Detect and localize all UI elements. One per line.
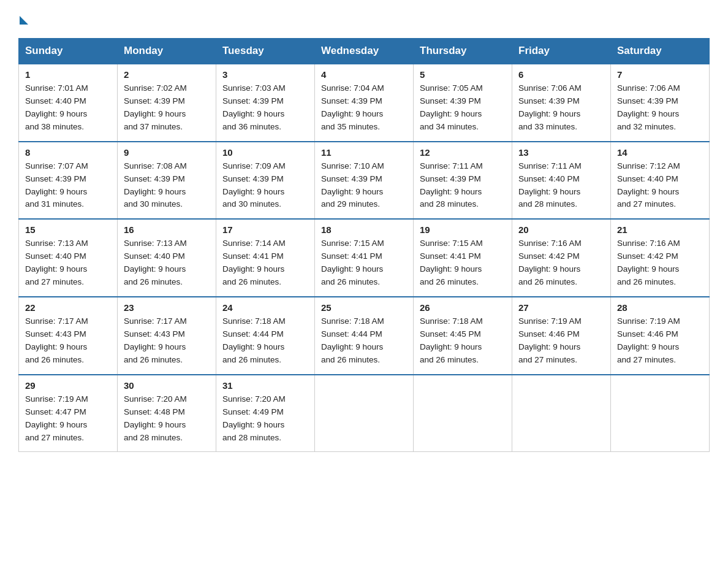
day-number: 17 xyxy=(222,224,308,235)
day-cell-13: 13Sunrise: 7:11 AMSunset: 4:40 PMDayligh… xyxy=(512,142,611,220)
day-cell-25: 25Sunrise: 7:18 AMSunset: 4:44 PMDayligh… xyxy=(315,297,414,375)
day-number: 18 xyxy=(321,224,407,235)
day-cell-4: 4Sunrise: 7:04 AMSunset: 4:39 PMDaylight… xyxy=(315,64,414,142)
day-number: 22 xyxy=(25,302,111,313)
day-cell-15: 15Sunrise: 7:13 AMSunset: 4:40 PMDayligh… xyxy=(19,219,118,297)
day-number: 24 xyxy=(222,302,308,313)
day-cell-31: 31Sunrise: 7:20 AMSunset: 4:49 PMDayligh… xyxy=(216,375,315,452)
day-number: 21 xyxy=(617,224,703,235)
logo-line1 xyxy=(18,16,28,28)
day-cell-19: 19Sunrise: 7:15 AMSunset: 4:41 PMDayligh… xyxy=(414,219,512,297)
day-number: 26 xyxy=(420,302,506,313)
day-info: Sunrise: 7:06 AMSunset: 4:39 PMDaylight:… xyxy=(617,82,703,134)
day-number: 20 xyxy=(518,224,604,235)
week-row-4: 22Sunrise: 7:17 AMSunset: 4:43 PMDayligh… xyxy=(19,297,710,375)
day-info: Sunrise: 7:10 AMSunset: 4:39 PMDaylight:… xyxy=(321,160,407,212)
day-number: 28 xyxy=(617,302,703,313)
day-cell-29: 29Sunrise: 7:19 AMSunset: 4:47 PMDayligh… xyxy=(19,375,118,452)
logo-text xyxy=(18,16,28,28)
day-info: Sunrise: 7:13 AMSunset: 4:40 PMDaylight:… xyxy=(124,237,210,289)
day-number: 1 xyxy=(25,69,111,80)
day-number: 6 xyxy=(518,69,604,80)
day-number: 25 xyxy=(321,302,407,313)
logo xyxy=(18,16,28,28)
day-number: 7 xyxy=(617,69,703,80)
day-cell-24: 24Sunrise: 7:18 AMSunset: 4:44 PMDayligh… xyxy=(216,297,315,375)
day-number: 3 xyxy=(222,69,308,80)
day-number: 29 xyxy=(25,380,111,391)
day-info: Sunrise: 7:11 AMSunset: 4:40 PMDaylight:… xyxy=(518,160,604,212)
day-info: Sunrise: 7:05 AMSunset: 4:39 PMDaylight:… xyxy=(420,82,506,134)
day-info: Sunrise: 7:11 AMSunset: 4:39 PMDaylight:… xyxy=(420,160,506,212)
day-number: 27 xyxy=(518,302,604,313)
day-cell-6: 6Sunrise: 7:06 AMSunset: 4:39 PMDaylight… xyxy=(512,64,611,142)
day-number: 4 xyxy=(321,69,407,80)
day-info: Sunrise: 7:03 AMSunset: 4:39 PMDaylight:… xyxy=(222,82,308,134)
empty-cell xyxy=(512,375,611,452)
day-header-friday: Friday xyxy=(512,39,611,64)
day-number: 5 xyxy=(420,69,506,80)
day-header-sunday: Sunday xyxy=(19,39,118,64)
day-number: 14 xyxy=(617,147,703,158)
day-cell-21: 21Sunrise: 7:16 AMSunset: 4:42 PMDayligh… xyxy=(611,219,710,297)
day-info: Sunrise: 7:20 AMSunset: 4:49 PMDaylight:… xyxy=(222,393,308,445)
day-cell-14: 14Sunrise: 7:12 AMSunset: 4:40 PMDayligh… xyxy=(611,142,710,220)
day-number: 2 xyxy=(124,69,210,80)
days-header-row: SundayMondayTuesdayWednesdayThursdayFrid… xyxy=(19,39,710,64)
week-row-2: 8Sunrise: 7:07 AMSunset: 4:39 PMDaylight… xyxy=(19,142,710,220)
day-number: 10 xyxy=(222,147,308,158)
day-cell-30: 30Sunrise: 7:20 AMSunset: 4:48 PMDayligh… xyxy=(118,375,216,452)
day-info: Sunrise: 7:14 AMSunset: 4:41 PMDaylight:… xyxy=(222,237,308,289)
day-info: Sunrise: 7:19 AMSunset: 4:46 PMDaylight:… xyxy=(617,315,703,367)
day-number: 23 xyxy=(124,302,210,313)
day-info: Sunrise: 7:04 AMSunset: 4:39 PMDaylight:… xyxy=(321,82,407,134)
day-cell-10: 10Sunrise: 7:09 AMSunset: 4:39 PMDayligh… xyxy=(216,142,315,220)
day-cell-22: 22Sunrise: 7:17 AMSunset: 4:43 PMDayligh… xyxy=(19,297,118,375)
day-number: 16 xyxy=(124,224,210,235)
day-number: 15 xyxy=(25,224,111,235)
day-info: Sunrise: 7:16 AMSunset: 4:42 PMDaylight:… xyxy=(518,237,604,289)
week-row-1: 1Sunrise: 7:01 AMSunset: 4:40 PMDaylight… xyxy=(19,64,710,142)
day-info: Sunrise: 7:02 AMSunset: 4:39 PMDaylight:… xyxy=(124,82,210,134)
day-cell-11: 11Sunrise: 7:10 AMSunset: 4:39 PMDayligh… xyxy=(315,142,414,220)
day-number: 13 xyxy=(518,147,604,158)
week-row-3: 15Sunrise: 7:13 AMSunset: 4:40 PMDayligh… xyxy=(19,219,710,297)
empty-cell xyxy=(315,375,414,452)
day-number: 11 xyxy=(321,147,407,158)
day-info: Sunrise: 7:17 AMSunset: 4:43 PMDaylight:… xyxy=(25,315,111,367)
day-header-thursday: Thursday xyxy=(414,39,512,64)
day-info: Sunrise: 7:13 AMSunset: 4:40 PMDaylight:… xyxy=(25,237,111,289)
day-number: 12 xyxy=(420,147,506,158)
day-cell-23: 23Sunrise: 7:17 AMSunset: 4:43 PMDayligh… xyxy=(118,297,216,375)
day-header-monday: Monday xyxy=(118,39,216,64)
day-info: Sunrise: 7:18 AMSunset: 4:45 PMDaylight:… xyxy=(420,315,506,367)
day-info: Sunrise: 7:18 AMSunset: 4:44 PMDaylight:… xyxy=(222,315,308,367)
day-number: 31 xyxy=(222,380,308,391)
day-info: Sunrise: 7:08 AMSunset: 4:39 PMDaylight:… xyxy=(124,160,210,212)
day-cell-16: 16Sunrise: 7:13 AMSunset: 4:40 PMDayligh… xyxy=(118,219,216,297)
day-cell-5: 5Sunrise: 7:05 AMSunset: 4:39 PMDaylight… xyxy=(414,64,512,142)
day-number: 8 xyxy=(25,147,111,158)
calendar-table: SundayMondayTuesdayWednesdayThursdayFrid… xyxy=(18,38,710,452)
page-header xyxy=(18,12,710,28)
day-info: Sunrise: 7:17 AMSunset: 4:43 PMDaylight:… xyxy=(124,315,210,367)
day-cell-26: 26Sunrise: 7:18 AMSunset: 4:45 PMDayligh… xyxy=(414,297,512,375)
empty-cell xyxy=(414,375,512,452)
day-cell-18: 18Sunrise: 7:15 AMSunset: 4:41 PMDayligh… xyxy=(315,219,414,297)
day-info: Sunrise: 7:20 AMSunset: 4:48 PMDaylight:… xyxy=(124,393,210,445)
day-info: Sunrise: 7:09 AMSunset: 4:39 PMDaylight:… xyxy=(222,160,308,212)
day-header-wednesday: Wednesday xyxy=(315,39,414,64)
day-cell-3: 3Sunrise: 7:03 AMSunset: 4:39 PMDaylight… xyxy=(216,64,315,142)
day-number: 30 xyxy=(124,380,210,391)
day-info: Sunrise: 7:07 AMSunset: 4:39 PMDaylight:… xyxy=(25,160,111,212)
day-info: Sunrise: 7:01 AMSunset: 4:40 PMDaylight:… xyxy=(25,82,111,134)
empty-cell xyxy=(611,375,710,452)
day-cell-1: 1Sunrise: 7:01 AMSunset: 4:40 PMDaylight… xyxy=(19,64,118,142)
day-cell-20: 20Sunrise: 7:16 AMSunset: 4:42 PMDayligh… xyxy=(512,219,611,297)
day-cell-2: 2Sunrise: 7:02 AMSunset: 4:39 PMDaylight… xyxy=(118,64,216,142)
day-header-tuesday: Tuesday xyxy=(216,39,315,64)
day-info: Sunrise: 7:12 AMSunset: 4:40 PMDaylight:… xyxy=(617,160,703,212)
day-cell-7: 7Sunrise: 7:06 AMSunset: 4:39 PMDaylight… xyxy=(611,64,710,142)
day-info: Sunrise: 7:15 AMSunset: 4:41 PMDaylight:… xyxy=(420,237,506,289)
day-cell-17: 17Sunrise: 7:14 AMSunset: 4:41 PMDayligh… xyxy=(216,219,315,297)
